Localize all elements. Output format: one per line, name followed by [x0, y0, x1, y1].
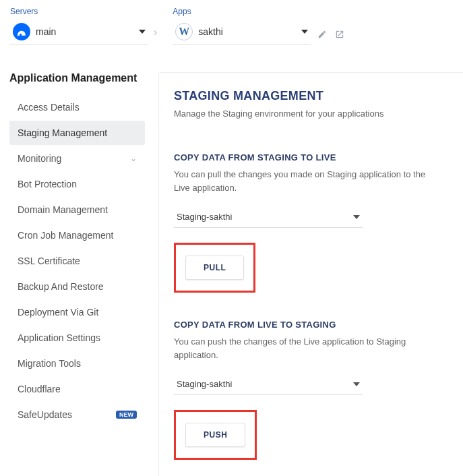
caret-down-icon: [139, 30, 146, 34]
sidebar-item-safeupdates[interactable]: SafeUpdatesNEW: [9, 403, 145, 427]
digitalocean-icon: [13, 23, 30, 40]
apps-breadcrumb-col: Apps W sakthi: [173, 7, 311, 45]
push-section-desc: You can push the changes of the Live app…: [174, 335, 443, 361]
apps-label: Apps: [173, 7, 311, 16]
pull-staging-select[interactable]: Staging-sakthi: [174, 206, 363, 228]
app-selector[interactable]: W sakthi: [173, 19, 311, 45]
edit-icon[interactable]: [317, 30, 327, 39]
main-panel: STAGING MANAGEMENT Manage the Staging en…: [158, 72, 463, 476]
app-selected-label: sakthi: [198, 26, 296, 37]
svg-rect-0: [18, 34, 20, 36]
page-subtitle: Manage the Staging environment for your …: [174, 109, 448, 119]
server-selected-label: main: [36, 26, 133, 37]
sidebar-heading: Application Management: [9, 72, 145, 84]
push-section-title: COPY DATA FROM LIVE TO STAGING: [174, 320, 448, 330]
new-badge: NEW: [116, 411, 137, 419]
sidebar-item-deployment-git[interactable]: Deployment Via Git: [9, 300, 145, 324]
wordpress-icon: W: [175, 23, 193, 40]
sidebar-item-domain-management[interactable]: Domain Management: [9, 198, 145, 222]
servers-label: Servers: [10, 7, 148, 16]
chevron-down-icon: ⌄: [130, 154, 137, 163]
chevron-right-icon: ›: [148, 26, 162, 38]
push-selected-label: Staging-sakthi: [177, 379, 232, 389]
push-staging-select[interactable]: Staging-sakthi: [174, 374, 363, 395]
pull-button[interactable]: PULL: [185, 256, 244, 280]
sidebar-item-cloudflare[interactable]: Cloudflare: [9, 377, 145, 401]
pull-selected-label: Staging-sakthi: [177, 212, 232, 222]
sidebar-item-bot-protection[interactable]: Bot Protection: [9, 172, 145, 196]
sidebar: Application Management Access Details St…: [0, 72, 145, 476]
caret-down-icon: [301, 30, 308, 34]
sidebar-item-access-details[interactable]: Access Details: [9, 95, 145, 119]
pull-section-desc: You can pull the changes you made on Sta…: [174, 168, 443, 194]
external-link-icon[interactable]: [335, 30, 344, 39]
server-selector[interactable]: main: [10, 19, 148, 45]
sidebar-item-backup-restore[interactable]: Backup And Restore: [9, 274, 145, 299]
page-title: STAGING MANAGEMENT: [174, 89, 448, 103]
top-breadcrumb: Servers main › Apps W sakthi: [0, 0, 463, 45]
push-highlight: PUSH: [174, 410, 257, 460]
sidebar-item-migration-tools[interactable]: Migration Tools: [9, 351, 145, 376]
push-button[interactable]: PUSH: [185, 423, 245, 447]
sidebar-item-staging-management[interactable]: Staging Management: [9, 121, 145, 145]
caret-down-icon: [353, 215, 360, 219]
servers-breadcrumb-col: Servers main: [10, 7, 148, 45]
pull-highlight: PULL: [174, 243, 255, 293]
app-actions: [317, 23, 344, 45]
sidebar-item-cron-job-management[interactable]: Cron Job Management: [9, 223, 145, 247]
caret-down-icon: [353, 382, 360, 386]
sidebar-item-monitoring[interactable]: Monitoring⌄: [9, 146, 145, 171]
sidebar-item-ssl-certificate[interactable]: SSL Certificate: [9, 249, 145, 273]
pull-section-title: COPY DATA FROM STAGING TO LIVE: [174, 152, 448, 162]
sidebar-item-application-settings[interactable]: Application Settings: [9, 326, 145, 350]
svg-rect-1: [18, 35, 18, 36]
